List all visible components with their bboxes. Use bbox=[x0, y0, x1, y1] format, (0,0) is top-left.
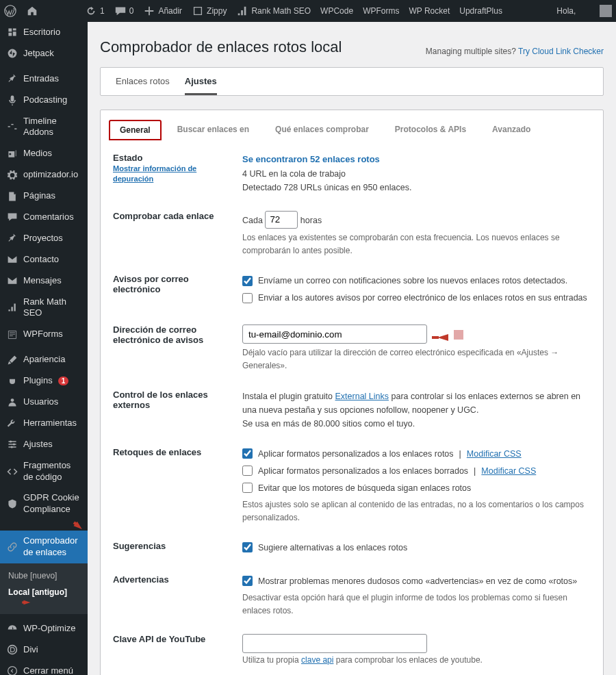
sidebar-item-12[interactable]: Rank Math SEO bbox=[0, 292, 88, 324]
home-icon[interactable] bbox=[26, 5, 38, 17]
comments-icon[interactable]: 0 bbox=[114, 5, 134, 17]
svg-point-7 bbox=[8, 667, 17, 675]
sidebar-item-3[interactable]: Podcasting bbox=[0, 90, 88, 111]
external-links-link[interactable]: External Links bbox=[335, 392, 389, 401]
wprocket-bar[interactable]: WP Rocket bbox=[409, 6, 450, 16]
sidebar-item-label: Medios bbox=[23, 148, 52, 160]
sidebar-item-label: Podcasting bbox=[23, 94, 67, 106]
emailaddr-desc: Déjalo vacío para utilizar la dirección … bbox=[242, 346, 591, 372]
sidebar-item-4[interactable]: Timeline Addons bbox=[0, 111, 88, 144]
sidebar-item-11[interactable]: Mensajes bbox=[0, 270, 88, 292]
chk-notify-authors[interactable] bbox=[242, 293, 253, 303]
youtube-api-input[interactable] bbox=[242, 634, 427, 653]
svg-point-2 bbox=[11, 399, 14, 403]
chk-warnings[interactable] bbox=[242, 576, 253, 586]
chk-nofollow[interactable] bbox=[242, 483, 253, 493]
chk-suggestions[interactable] bbox=[242, 542, 253, 552]
adminbar: 1 0 Añadir Zippy Rank Math SEO WPCode WP… bbox=[0, 0, 616, 22]
sidebar-item-9[interactable]: Proyectos bbox=[0, 228, 88, 249]
dashboard-icon bbox=[7, 27, 18, 38]
external-label: Control de los enlaces externos bbox=[113, 390, 233, 431]
status-result[interactable]: Se encontraron 52 enlaces rotos bbox=[242, 154, 380, 164]
chk-format-broken[interactable] bbox=[242, 448, 253, 459]
tweaks-desc: Estos ajustes solo se aplican al conteni… bbox=[242, 498, 591, 524]
subtab-avanzado[interactable]: Avanzado bbox=[482, 120, 541, 140]
main-content: Comprobador de enlaces rotos local Manag… bbox=[88, 22, 616, 675]
sidebar-item-19[interactable]: Fragmentos de código bbox=[0, 455, 88, 488]
wpforms-bar[interactable]: WPForms bbox=[363, 6, 399, 16]
subtab-buscar[interactable]: Buscar enlaces en bbox=[167, 120, 259, 140]
sidebar-item-17[interactable]: Herramientas bbox=[0, 413, 88, 434]
modify-css-1[interactable]: Modificar CSS bbox=[467, 447, 522, 461]
submenu-item[interactable]: Nube [nuevo] bbox=[0, 568, 88, 584]
email-input[interactable] bbox=[242, 324, 427, 344]
sidebar-item-10[interactable]: Contacto bbox=[0, 249, 88, 270]
wp-logo[interactable] bbox=[4, 5, 16, 17]
sidebar-item-label: Comentarios bbox=[23, 212, 74, 223]
add-new[interactable]: Añadir bbox=[143, 5, 182, 17]
sidebar-item-label: Herramientas bbox=[23, 418, 77, 429]
sidebar-item-1[interactable]: Jetpack bbox=[0, 43, 88, 64]
chart-icon bbox=[7, 302, 18, 313]
youtube-api-link[interactable]: clave api bbox=[301, 655, 333, 665]
sidebar-item-20[interactable]: GDPR Cookie Compliance bbox=[0, 487, 88, 520]
chk-format-removed[interactable] bbox=[242, 466, 253, 476]
cloud-note: Managing multiple sites? Try Cloud Link … bbox=[426, 47, 604, 56]
sidebar-item-label: Apariencia bbox=[23, 354, 65, 366]
submenu-item[interactable]: Local [antiguo] bbox=[0, 584, 88, 610]
sidebar-item-7[interactable]: Páginas bbox=[0, 186, 88, 207]
sidebar-item-2[interactable]: Entradas bbox=[0, 68, 88, 90]
tab-enlaces-rotos[interactable]: Enlaces rotos bbox=[116, 76, 170, 95]
sidebar-item-label: Ajustes bbox=[23, 439, 53, 450]
tab-ajustes[interactable]: Ajustes bbox=[185, 76, 217, 95]
cloud-link[interactable]: Try Cloud Link Checker bbox=[518, 47, 604, 56]
timeline-icon bbox=[7, 121, 18, 132]
red-square-annotation bbox=[454, 330, 463, 340]
comment-icon bbox=[7, 212, 18, 222]
admin-sidebar: Escritorio Jetpack Entradas Podcasting T… bbox=[0, 22, 88, 675]
subtab-protocolos[interactable]: Protocolos & APIs bbox=[385, 120, 476, 140]
svg-point-5 bbox=[11, 446, 13, 448]
sidebar-item-label: Contacto bbox=[23, 254, 59, 266]
debug-link[interactable]: Mostrar información de depuración bbox=[113, 164, 196, 183]
greeting[interactable]: Hola, bbox=[556, 5, 612, 17]
sidebar-item-22[interactable]: WP-Optimize bbox=[0, 618, 88, 639]
sidebar-item-label: optimizador.io bbox=[23, 169, 78, 181]
rankmath-bar[interactable]: Rank Math SEO bbox=[236, 5, 311, 17]
submenu: Nube [nuevo]Local [antiguo] bbox=[0, 563, 88, 614]
mail-icon bbox=[7, 275, 18, 286]
wpcode-bar[interactable]: WPCode bbox=[320, 6, 353, 16]
status-queue: 4 URL en la cola de trabajo bbox=[242, 169, 346, 179]
zippy-icon[interactable]: Zippy bbox=[192, 5, 227, 17]
sidebar-item-18[interactable]: Ajustes bbox=[0, 434, 88, 455]
sidebar-item-label: Plugins bbox=[23, 375, 53, 387]
sidebar-item-24[interactable]: Cerrar menú bbox=[0, 661, 88, 675]
sidebar-item-13[interactable]: WPForms bbox=[0, 324, 88, 345]
check-every-label: Comprobar cada enlace bbox=[113, 211, 233, 257]
sidebar-item-label: Jetpack bbox=[23, 48, 54, 60]
updraft-bar[interactable]: UpdraftPlus bbox=[459, 6, 502, 16]
page-title: Comprobador de enlaces rotos local bbox=[100, 38, 342, 56]
status-label: Estado bbox=[113, 153, 233, 163]
sidebar-item-label: Divi bbox=[23, 644, 38, 656]
sidebar-item-21[interactable]: Comprobador de enlaces bbox=[0, 531, 88, 563]
sidebar-item-8[interactable]: Comentarios bbox=[0, 207, 88, 228]
subtab-general[interactable]: General bbox=[109, 120, 162, 140]
sidebar-item-23[interactable]: Divi bbox=[0, 639, 88, 661]
subtab-que-enlaces[interactable]: Qué enlaces comprobar bbox=[265, 120, 379, 140]
sidebar-item-0[interactable]: Escritorio bbox=[0, 22, 88, 43]
sidebar-item-5[interactable]: Medios bbox=[0, 143, 88, 164]
sidebar-item-6[interactable]: optimizador.io bbox=[0, 164, 88, 186]
hours-input[interactable] bbox=[265, 211, 298, 229]
emailaddr-label: Dirección de correo electrónico de aviso… bbox=[113, 324, 233, 372]
email-label: Avisos por correo electrónico bbox=[113, 274, 233, 308]
pin-icon bbox=[7, 73, 18, 84]
gear-icon bbox=[7, 170, 18, 181]
refresh-icon[interactable]: 1 bbox=[85, 5, 105, 17]
sidebar-item-16[interactable]: Usuarios bbox=[0, 392, 88, 413]
wrench-icon bbox=[7, 418, 18, 429]
chk-notify-me[interactable] bbox=[242, 276, 253, 286]
modify-css-2[interactable]: Modificar CSS bbox=[481, 464, 536, 478]
sidebar-item-14[interactable]: Apariencia bbox=[0, 349, 88, 370]
sidebar-item-15[interactable]: Plugins 1 bbox=[0, 370, 88, 392]
